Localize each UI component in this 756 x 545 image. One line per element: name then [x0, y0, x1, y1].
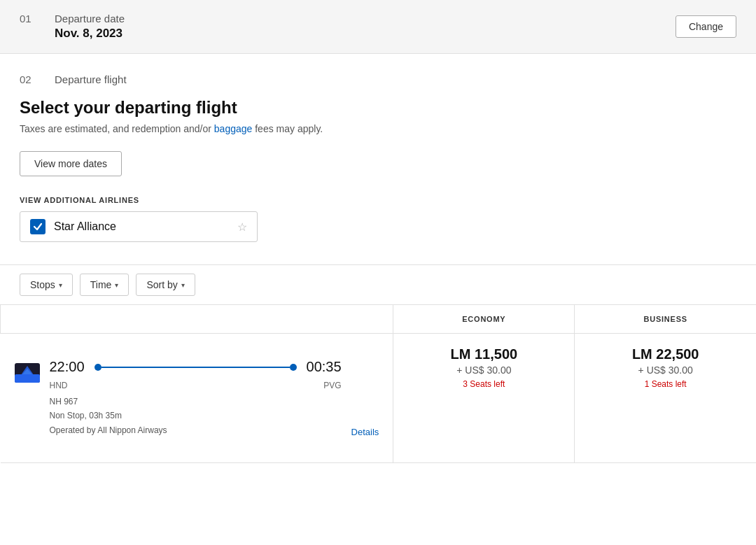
- star-alliance-name: Star Alliance: [54, 220, 232, 233]
- stops-label: Stops: [30, 279, 55, 290]
- flight-stops: Non Stop, 03h 35m: [50, 409, 342, 423]
- taxes-note: Taxes are estimated, and redemption and/…: [20, 123, 736, 134]
- route-line: [94, 364, 297, 371]
- additional-airlines-label: VIEW ADDITIONAL AIRLINES: [20, 196, 736, 204]
- business-lm-price: LM 22,500: [575, 346, 756, 362]
- col-flight-header: [1, 305, 393, 334]
- step-02-header: 02 Departure flight: [20, 73, 736, 85]
- flight-times: 22:00 00:35 HND PVG NH 9: [50, 359, 342, 437]
- business-seats-left: 1 Seats left: [575, 379, 756, 389]
- ana-logo-icon: [15, 360, 40, 385]
- flight-number: NH 967: [50, 395, 342, 409]
- filters-bar: Stops ▾ Time ▾ Sort by ▾: [0, 264, 756, 305]
- taxes-note-prefix: Taxes are estimated, and redemption and/…: [20, 123, 214, 134]
- svg-rect-3: [15, 374, 40, 383]
- time-filter-button[interactable]: Time ▾: [80, 274, 130, 296]
- airport-row: HND PVG: [50, 381, 342, 390]
- arrive-iata: PVG: [323, 381, 341, 390]
- economy-usd-price: + US$ 30.00: [393, 364, 574, 376]
- sort-by-label: Sort by: [146, 279, 177, 290]
- time-chevron-icon: ▾: [115, 281, 118, 289]
- business-price-cell[interactable]: LM 22,500 + US$ 30.00 1 Seats left: [575, 334, 756, 463]
- sort-by-filter-button[interactable]: Sort by ▾: [136, 274, 195, 296]
- col-economy-header: ECONOMY: [393, 305, 575, 334]
- stops-filter-button[interactable]: Stops ▾: [20, 274, 73, 296]
- change-button[interactable]: Change: [676, 15, 736, 38]
- economy-price-cell[interactable]: LM 11,500 + US$ 30.00 3 Seats left: [393, 334, 575, 463]
- sort-chevron-icon: ▾: [181, 281, 185, 289]
- step-01-value: Nov. 8, 2023: [55, 27, 125, 41]
- step-01-title: Departure date: [55, 13, 125, 24]
- details-link[interactable]: Details: [351, 427, 379, 437]
- step-02-label: Departure flight: [55, 73, 127, 85]
- route-dot-start: [94, 364, 102, 371]
- step-02-section: 02 Departure flight Select your departin…: [0, 54, 756, 242]
- airline-logo: [15, 360, 40, 385]
- step-01-header: 01 Departure date Nov. 8, 2023 Change: [0, 0, 756, 54]
- flight-details: NH 967 Non Stop, 03h 35m Operated by All…: [50, 395, 342, 437]
- table-row: 22:00 00:35 HND PVG NH 9: [1, 334, 757, 463]
- route-dot-end: [290, 364, 297, 371]
- results-table: ECONOMY BUSINESS 22:00: [0, 305, 756, 463]
- checkmark-icon: [33, 222, 43, 232]
- baggage-link[interactable]: baggage: [214, 123, 253, 134]
- step-01-number: 01: [20, 13, 41, 24]
- step-02-number: 02: [20, 73, 41, 85]
- arrive-time: 00:35: [307, 359, 342, 375]
- operated-by: Operated by All Nippon Airways: [50, 423, 342, 437]
- business-usd-price: + US$ 30.00: [575, 364, 756, 376]
- route-line-bar: [102, 367, 290, 368]
- economy-lm-price: LM 11,500: [393, 346, 574, 362]
- economy-seats-left: 3 Seats left: [393, 379, 574, 389]
- time-label: Time: [90, 279, 112, 290]
- flight-info-cell: 22:00 00:35 HND PVG NH 9: [1, 334, 393, 463]
- star-icon: ☆: [237, 220, 247, 234]
- col-business-header: BUSINESS: [575, 305, 756, 334]
- stops-chevron-icon: ▾: [59, 281, 62, 289]
- taxes-note-suffix: fees may apply.: [252, 123, 323, 134]
- view-dates-button[interactable]: View more dates: [20, 151, 122, 176]
- star-alliance-checkbox[interactable]: [30, 219, 46, 234]
- depart-time: 22:00: [50, 359, 85, 375]
- star-alliance-row[interactable]: Star Alliance ☆: [20, 211, 258, 242]
- select-flight-title: Select your departing flight: [20, 98, 736, 118]
- depart-iata: HND: [50, 381, 75, 390]
